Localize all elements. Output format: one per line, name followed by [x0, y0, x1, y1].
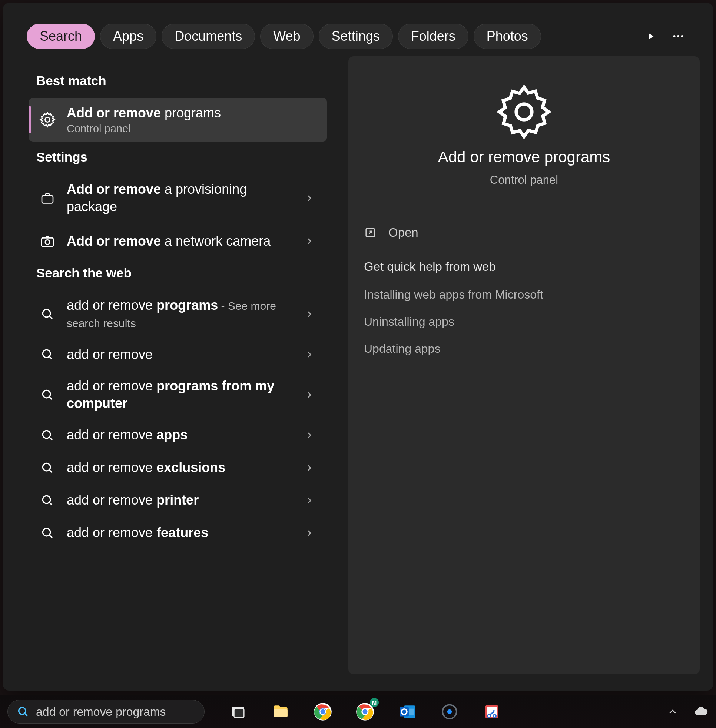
gear-icon — [495, 82, 554, 142]
best-match-subtitle: Control panel — [67, 123, 320, 135]
onedrive-icon[interactable] — [693, 704, 708, 719]
search-icon — [38, 491, 57, 510]
settings-result-provisioning[interactable]: Add or remove a provisioning package — [29, 174, 327, 222]
search-icon — [38, 426, 57, 445]
svg-point-3 — [45, 117, 50, 122]
web-result[interactable]: add or remove features — [29, 517, 327, 549]
web-result[interactable]: add or remove printer — [29, 484, 327, 517]
result-label: add or remove features — [67, 524, 295, 542]
result-label: add or remove programs from my computer — [67, 377, 295, 412]
open-action[interactable]: Open — [362, 219, 686, 247]
help-link-install[interactable]: Installing web apps from Microsoft — [362, 281, 686, 308]
settings-button[interactable] — [438, 700, 461, 723]
play-icon[interactable] — [640, 25, 662, 47]
search-scope-tabs: Search Apps Documents Web Settings Folde… — [3, 3, 713, 56]
svg-point-9 — [42, 390, 50, 398]
result-label: add or remove exclusions — [67, 459, 295, 477]
search-icon — [17, 705, 29, 718]
results-column: Best match Add or remove programs Contro… — [16, 56, 340, 674]
svg-point-13 — [42, 528, 50, 536]
best-match-title: Add or remove programs — [67, 104, 320, 122]
camera-icon — [38, 232, 57, 251]
svg-point-11 — [42, 463, 50, 471]
svg-point-1 — [677, 35, 679, 38]
chevron-right-icon — [305, 350, 320, 359]
svg-rect-18 — [234, 709, 244, 717]
svg-rect-4 — [42, 195, 53, 203]
best-match-result[interactable]: Add or remove programs Control panel — [29, 98, 327, 142]
tab-documents[interactable]: Documents — [162, 24, 255, 49]
svg-point-16 — [19, 708, 26, 714]
search-icon — [38, 304, 57, 324]
windows-search-panel: Search Apps Documents Web Settings Folde… — [3, 3, 713, 690]
search-icon — [38, 345, 57, 364]
tab-settings[interactable]: Settings — [319, 24, 393, 49]
quick-help-title: Get quick help from web — [362, 247, 686, 281]
taskbar-pinned-apps: M — [227, 700, 503, 723]
chrome-button[interactable] — [311, 700, 334, 723]
svg-rect-5 — [41, 238, 53, 247]
chevron-right-icon — [305, 390, 320, 400]
more-options-icon[interactable] — [667, 25, 689, 47]
svg-rect-19 — [273, 710, 288, 717]
svg-point-7 — [42, 310, 50, 318]
preview-title: Add or remove programs — [438, 148, 610, 166]
chevron-right-icon — [305, 236, 320, 246]
web-result[interactable]: add or remove — [29, 338, 327, 371]
system-tray — [667, 704, 708, 719]
svg-point-2 — [681, 35, 683, 38]
result-label: Add or remove a provisioning package — [67, 181, 295, 216]
chevron-right-icon — [305, 430, 320, 440]
preview-subtitle: Control panel — [490, 173, 558, 187]
search-icon — [38, 458, 57, 478]
taskbar-search-box[interactable] — [8, 700, 205, 723]
result-label: add or remove programs - See more search… — [67, 297, 295, 331]
taskbar: M — [0, 695, 716, 728]
tab-search[interactable]: Search — [27, 24, 95, 49]
search-icon — [38, 524, 57, 543]
svg-point-8 — [42, 350, 50, 357]
tab-photos[interactable]: Photos — [473, 24, 541, 49]
section-title-settings: Settings — [16, 144, 340, 171]
chevron-right-icon — [305, 309, 320, 319]
section-title-web: Search the web — [16, 260, 340, 287]
profile-badge-icon: M — [370, 698, 379, 707]
svg-point-10 — [42, 430, 50, 438]
chrome-profile-button[interactable]: M — [353, 700, 376, 723]
result-label: add or remove — [67, 346, 295, 363]
tab-web[interactable]: Web — [260, 24, 313, 49]
svg-point-14 — [516, 104, 532, 120]
task-view-button[interactable] — [227, 700, 250, 723]
result-label: add or remove apps — [67, 427, 295, 444]
open-label: Open — [388, 226, 419, 240]
svg-point-0 — [674, 35, 676, 38]
open-external-icon — [364, 226, 376, 239]
chevron-right-icon — [305, 528, 320, 538]
chevron-right-icon — [305, 194, 320, 203]
settings-result-camera[interactable]: Add or remove a network camera — [29, 225, 327, 257]
web-result[interactable]: add or remove programs from my computer — [29, 371, 327, 419]
tab-apps[interactable]: Apps — [100, 24, 156, 49]
snipping-tool-button[interactable] — [480, 700, 503, 723]
divider — [362, 207, 686, 207]
help-link-update[interactable]: Updating apps — [362, 335, 686, 362]
svg-point-12 — [42, 496, 50, 504]
web-result[interactable]: add or remove programs - See more search… — [29, 290, 327, 338]
svg-point-6 — [45, 240, 50, 245]
gear-icon — [38, 110, 57, 129]
svg-point-31 — [448, 710, 452, 714]
briefcase-icon — [38, 189, 57, 208]
file-explorer-button[interactable] — [269, 700, 292, 723]
preview-pane: Add or remove programs Control panel Ope… — [348, 56, 700, 674]
chevron-right-icon — [305, 463, 320, 473]
help-link-uninstall[interactable]: Uninstalling apps — [362, 308, 686, 335]
taskbar-search-input[interactable] — [36, 705, 195, 719]
web-result[interactable]: add or remove exclusions — [29, 452, 327, 484]
result-label: Add or remove a network camera — [67, 233, 295, 250]
tab-folders[interactable]: Folders — [398, 24, 469, 49]
tray-expand-icon[interactable] — [667, 706, 678, 717]
result-label: add or remove printer — [67, 492, 295, 509]
web-result[interactable]: add or remove apps — [29, 419, 327, 452]
outlook-button[interactable] — [396, 700, 419, 723]
section-title-best-match: Best match — [16, 68, 340, 95]
